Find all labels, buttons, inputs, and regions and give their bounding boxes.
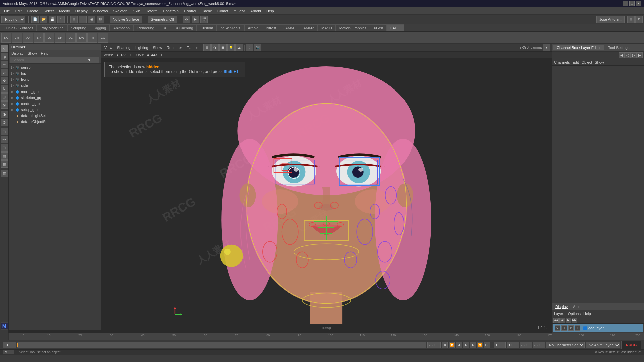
tree-item-skeleton-grp[interactable]: ▷ 🔷 skeleton_grp	[9, 95, 101, 101]
layer-row-geo[interactable]: V I P II 🟦 geoLayer	[553, 324, 643, 332]
renderer-menu[interactable]: Renderer	[165, 45, 184, 50]
menu-skeleton[interactable]: Skeleton	[110, 8, 130, 14]
shelf-tab-face[interactable]: FACE	[387, 24, 404, 31]
range-start-input[interactable]	[507, 342, 519, 348]
play-forward-btn[interactable]: ▶	[463, 342, 469, 348]
step-forward-btn[interactable]: ⏩	[477, 342, 483, 348]
menu-file[interactable]: File	[1, 8, 13, 14]
lighting-icon[interactable]: 💡	[227, 44, 235, 51]
show-manip-icon[interactable]: ⊙	[1, 119, 8, 126]
lighting-menu[interactable]: Lighting	[133, 45, 150, 50]
shelf-icon-dpoc[interactable]: DC	[66, 33, 76, 43]
shelf-icon-impor[interactable]: IM	[87, 33, 97, 43]
menu-constrain[interactable]: Constrain	[160, 8, 181, 14]
shelf-tab-curves[interactable]: Curves / Surfaces	[0, 24, 37, 31]
snap-point-icon[interactable]: ◉	[88, 16, 95, 23]
shelf-tab-poly[interactable]: Poly Modeling	[37, 24, 67, 31]
search-options-icon[interactable]: ▼	[87, 58, 91, 62]
menu-windows[interactable]: Windows	[90, 8, 111, 14]
tree-item-side[interactable]: ▷ 📷 side	[9, 82, 101, 88]
render-settings-icon[interactable]: ⚙	[183, 16, 190, 23]
layer-ctrl-2[interactable]: ◀	[559, 318, 565, 323]
view-menu[interactable]: View	[102, 45, 114, 50]
display-tab[interactable]: Display	[554, 304, 569, 309]
go-to-start-btn[interactable]: ⏮	[442, 342, 448, 348]
snap-icon[interactable]: ⊟	[1, 128, 8, 135]
snap-surface-icon[interactable]: ⊡	[97, 16, 104, 23]
close-button[interactable]: ✕	[636, 1, 641, 6]
range-end-3[interactable]	[533, 342, 545, 348]
menu-comet[interactable]: Comet	[215, 8, 231, 14]
universal-tool[interactable]: ⊠	[1, 101, 8, 109]
help-menu-item[interactable]: Help	[583, 312, 591, 316]
tree-item-defaultobjectset[interactable]: ⊙ defaultObjectSet	[9, 119, 101, 125]
rp-icon-3[interactable]: ▷	[631, 52, 637, 58]
save-as-icon[interactable]: 🗂	[57, 16, 65, 23]
shelf-tab-custom[interactable]: Custom	[197, 24, 217, 31]
extrude-icon[interactable]: ⊡	[1, 144, 8, 152]
tree-item-top[interactable]: ▷ 📷 top	[9, 70, 101, 76]
layer-ctrl-3[interactable]: ▶	[566, 318, 571, 323]
mode-selector[interactable]: Rigging	[1, 16, 25, 23]
layer-visible-btn[interactable]: V	[555, 325, 560, 331]
open-file-icon[interactable]: 📂	[40, 16, 47, 23]
gamma-settings-icon[interactable]: ▼	[543, 44, 550, 51]
panels-menu[interactable]: Panels	[185, 45, 200, 50]
shelf-tab-arnold[interactable]: Arnold	[244, 24, 262, 31]
shelf-icon-dpar[interactable]: DP	[55, 33, 65, 43]
menu-help[interactable]: Help	[264, 8, 277, 14]
menu-arnold[interactable]: Arnold	[248, 8, 264, 14]
tree-item-defaultlightset[interactable]: ⊙ defaultLightSet	[9, 113, 101, 119]
textured-icon[interactable]: ▣	[219, 44, 227, 51]
shelf-tab-motiongraphics[interactable]: Motion Graphics	[336, 24, 370, 31]
snap-curve-icon[interactable]: ⌒	[79, 16, 87, 23]
camera-icon[interactable]: 📷	[254, 44, 261, 51]
shelf-tab-jamm2[interactable]: JAMM2	[298, 24, 318, 31]
grid-icon[interactable]: ▥	[1, 170, 8, 177]
tree-item-control-grp[interactable]: ▷ 🔷 control_grp	[9, 101, 101, 107]
script-mode-label[interactable]: MEL	[3, 350, 14, 354]
shelf-tab-rendering[interactable]: Rendering	[133, 24, 158, 31]
shelf-icon-corre[interactable]: CO	[98, 33, 108, 43]
menu-modify[interactable]: Modify	[56, 8, 72, 14]
shelf-tab-fx[interactable]: FX	[158, 24, 170, 31]
menu-edit[interactable]: Edit	[13, 8, 24, 14]
shelf-tab-rigging[interactable]: Rigging	[90, 24, 110, 31]
menu-cache[interactable]: Cache	[199, 8, 215, 14]
prev-frame-btn[interactable]: ◀	[456, 342, 462, 348]
outliner-show[interactable]: Show	[26, 51, 38, 55]
merge-icon[interactable]: ▦	[1, 160, 8, 168]
shading-menu[interactable]: Shading	[115, 45, 132, 50]
menu-create[interactable]: Create	[24, 8, 41, 14]
minimize-button[interactable]: ─	[623, 1, 628, 6]
bevel-icon[interactable]: ▤	[1, 152, 8, 160]
shelf-tab-ngskin[interactable]: ngSkinTools	[217, 24, 244, 31]
tool-settings-tab[interactable]: Tool Settings	[605, 45, 633, 50]
viewport[interactable]: View Shading Lighting Show Renderer Pane…	[101, 44, 552, 333]
sculpt-tool[interactable]: ⊕	[1, 69, 8, 76]
soft-select-icon[interactable]: ◑	[1, 111, 8, 118]
tree-item-model-grp[interactable]: ▷ 🔷 model_grp	[9, 88, 101, 95]
shelf-tab-sculpting[interactable]: Sculpting	[67, 24, 90, 31]
tree-item-persp[interactable]: ▷ 📷 persp	[9, 64, 101, 70]
menu-display[interactable]: Display	[73, 8, 90, 14]
tree-item-front[interactable]: ▷ 📷 front	[9, 76, 101, 82]
shelf-tab-mash[interactable]: MASH	[318, 24, 336, 31]
maximize-button[interactable]: □	[629, 1, 635, 6]
grid-display-icon[interactable]: #	[246, 44, 253, 51]
search-input[interactable]	[10, 57, 99, 63]
show-menu[interactable]: Show	[151, 45, 164, 50]
channels-menu[interactable]: Channels	[554, 60, 570, 64]
timeline-area[interactable]: 0 10 20 30 40 50 60 70 80 90 100 110 120…	[0, 333, 644, 340]
shelf-icon-ngskin[interactable]: NG	[1, 33, 11, 43]
no-live-surface[interactable]: No Live Surface	[110, 16, 142, 23]
rp-icon-4[interactable]: ▶	[637, 52, 643, 58]
shelf-tab-bifrost[interactable]: Bifrost	[262, 24, 280, 31]
layer-ii-btn[interactable]: P	[568, 325, 574, 331]
outliner-display[interactable]: Display	[10, 51, 25, 55]
layers-menu-item[interactable]: Layers	[554, 312, 565, 316]
go-to-end-btn[interactable]: ⏭	[484, 342, 490, 348]
new-file-icon[interactable]: 📄	[31, 16, 39, 23]
ipr-icon[interactable]: 🎬	[200, 16, 208, 23]
outliner-help[interactable]: Help	[40, 51, 50, 55]
